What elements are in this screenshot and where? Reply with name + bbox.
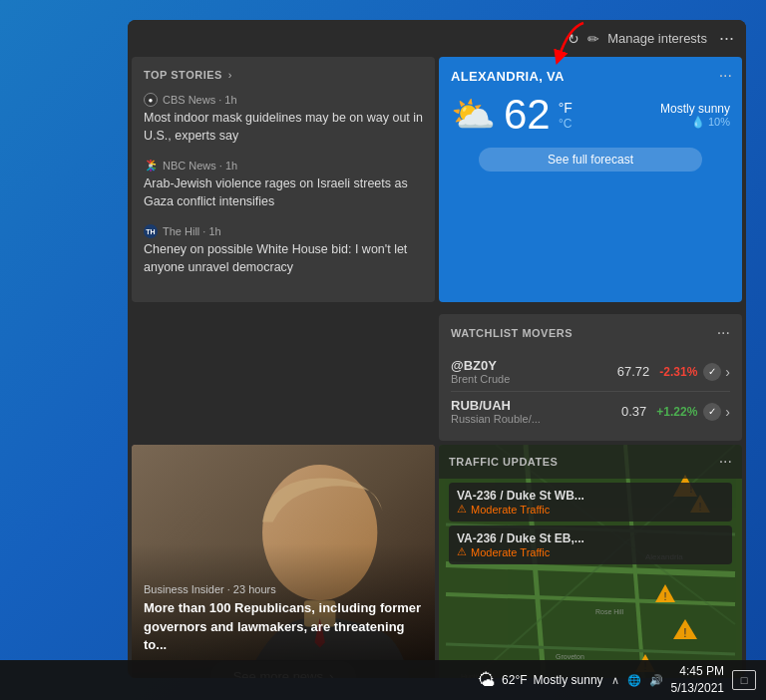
stock-badge-1[interactable]: ✓ bbox=[703, 363, 721, 381]
taskbar-system-tray: ∧ 🌐 🔊 bbox=[611, 674, 663, 687]
weather-temperature: 62 bbox=[504, 94, 551, 136]
stock-item-2[interactable]: RUB/UAH Russian Rouble/... 0.37 +1.22% ✓… bbox=[451, 392, 730, 431]
traffic-incident-1[interactable]: VA-236 / Duke St WB... ⚠ Moderate Traffi… bbox=[449, 483, 732, 522]
watchlist-more-button[interactable]: ··· bbox=[717, 324, 730, 342]
news-item-3[interactable]: TH The Hill · 1h Cheney on possible Whit… bbox=[144, 224, 423, 276]
top-stories-arrow: › bbox=[228, 69, 232, 81]
headline-1: Most indoor mask guidelines may be on wa… bbox=[144, 110, 423, 145]
weather-temp-section: ⛅ 62 °F °C bbox=[451, 94, 573, 136]
weather-precipitation: 💧 10% bbox=[660, 116, 730, 129]
stock-item-1[interactable]: @BZ0Y Brent Crude 67.72 -2.31% ✓ › bbox=[451, 352, 730, 392]
stock-change-1: -2.31% bbox=[659, 365, 697, 379]
taskbar-notification-button[interactable]: □ bbox=[732, 670, 756, 690]
headline-2: Arab-Jewish violence rages on Israeli st… bbox=[144, 175, 423, 210]
traffic-status-1: ⚠ Moderate Traffic bbox=[457, 503, 724, 516]
svg-text:!: ! bbox=[663, 590, 666, 602]
bottom-section: Business Insider · 23 hours More than 10… bbox=[132, 445, 742, 678]
top-stories-title: TOP STORIES bbox=[144, 69, 222, 81]
weather-unit-c[interactable]: °C bbox=[559, 117, 572, 131]
weather-condition-section: Mostly sunny 💧 10% bbox=[660, 102, 730, 129]
nbc-icon bbox=[144, 159, 158, 173]
traffic-status-2: ⚠ Moderate Traffic bbox=[457, 545, 724, 558]
watchlist-panel: WATCHLIST MOVERS ··· @BZ0Y Brent Crude 6… bbox=[439, 314, 742, 441]
news-source-3: TH The Hill · 1h bbox=[144, 224, 423, 238]
svg-text:Groveton: Groveton bbox=[556, 653, 584, 660]
featured-article[interactable]: Business Insider · 23 hours More than 10… bbox=[132, 445, 435, 678]
weather-icon: ⛅ bbox=[451, 94, 496, 136]
traffic-status-text-2: Moderate Traffic bbox=[471, 546, 550, 558]
featured-headline: More than 100 Republicans, including for… bbox=[144, 599, 423, 654]
second-row: WATCHLIST MOVERS ··· @BZ0Y Brent Crude 6… bbox=[128, 310, 746, 441]
stock-change-2: +1.22% bbox=[656, 405, 697, 419]
headline-3: Cheney on possible White House bid: I wo… bbox=[144, 241, 423, 276]
news-item-1[interactable]: ● CBS News · 1h Most indoor mask guideli… bbox=[144, 93, 423, 145]
traffic-overlay: VA-236 / Duke St WB... ⚠ Moderate Traffi… bbox=[439, 475, 742, 576]
stock-symbol-1: @BZ0Y bbox=[451, 358, 617, 373]
hill-icon: TH bbox=[144, 224, 158, 238]
weather-more-button[interactable]: ··· bbox=[719, 67, 732, 85]
taskbar-time-value: 4:45 PM bbox=[671, 663, 724, 680]
traffic-warn-icon-1: ⚠ bbox=[457, 503, 467, 516]
widget-toolbar: ↻ ✏ Manage interests ··· bbox=[128, 20, 746, 57]
stock-price-1: 67.72 bbox=[617, 364, 650, 379]
stock-fullname-1: Brent Crude bbox=[451, 373, 617, 385]
news-source-2: NBC News · 1h bbox=[144, 159, 423, 173]
source-name-2: NBC News · 1h bbox=[163, 160, 237, 172]
stock-name-section-1: @BZ0Y Brent Crude bbox=[451, 358, 617, 385]
traffic-more-button[interactable]: ··· bbox=[719, 453, 732, 471]
news-item-2[interactable]: NBC News · 1h Arab-Jewish violence rages… bbox=[144, 159, 423, 210]
traffic-road-1: VA-236 / Duke St WB... bbox=[457, 489, 724, 503]
taskbar-weather[interactable]: 🌤 62°F Mostly sunny bbox=[478, 670, 603, 691]
edit-icon: ✏ bbox=[587, 31, 599, 47]
source-name-1: CBS News · 1h bbox=[163, 94, 237, 106]
refresh-icon[interactable]: ↻ bbox=[568, 31, 579, 47]
precip-value: 10% bbox=[708, 116, 730, 128]
stock-fullname-2: Russian Rouble/... bbox=[451, 413, 621, 425]
featured-overlay: Business Insider · 23 hours More than 10… bbox=[132, 543, 435, 678]
top-stories-header: TOP STORIES › bbox=[144, 69, 423, 81]
volume-icon[interactable]: 🔊 bbox=[649, 674, 663, 687]
traffic-incident-2[interactable]: VA-236 / Duke St EB,... ⚠ Moderate Traff… bbox=[449, 525, 732, 564]
network-icon[interactable]: 🌐 bbox=[627, 674, 641, 687]
watchlist-title: WATCHLIST MOVERS bbox=[451, 327, 573, 339]
news-widget: ↻ ✏ Manage interests ··· TOP STORIES › ●… bbox=[128, 20, 746, 678]
cbs-icon: ● bbox=[144, 93, 158, 107]
taskbar-weather-icon: 🌤 bbox=[478, 670, 496, 691]
taskbar-date-value: 5/13/2021 bbox=[671, 680, 724, 697]
traffic-panel: TRAFFIC UPDATES ··· bbox=[439, 445, 742, 678]
watchlist-header: WATCHLIST MOVERS ··· bbox=[451, 324, 730, 342]
traffic-title: TRAFFIC UPDATES bbox=[449, 456, 558, 468]
traffic-status-text-1: Moderate Traffic bbox=[471, 504, 550, 516]
svg-text:Rose Hill: Rose Hill bbox=[595, 608, 623, 615]
featured-source: Business Insider · 23 hours bbox=[144, 583, 423, 595]
top-stories-panel: TOP STORIES › ● CBS News · 1h Most indoo… bbox=[132, 57, 435, 302]
weather-panel: ALEXANDRIA, VA ··· ⛅ 62 °F °C Mostly sun… bbox=[439, 57, 742, 302]
weather-condition-text: Mostly sunny bbox=[660, 102, 730, 116]
chevron-up-icon[interactable]: ∧ bbox=[611, 674, 619, 687]
stock-symbol-2: RUB/UAH bbox=[451, 398, 621, 413]
taskbar-weather-condition: Mostly sunny bbox=[534, 673, 603, 687]
more-options-button[interactable]: ··· bbox=[719, 28, 734, 49]
traffic-header: TRAFFIC UPDATES ··· bbox=[439, 445, 742, 479]
see-full-forecast-button[interactable]: See full forecast bbox=[479, 148, 702, 172]
news-source-1: ● CBS News · 1h bbox=[144, 93, 423, 107]
widget-main-grid: TOP STORIES › ● CBS News · 1h Most indoo… bbox=[128, 57, 746, 310]
svg-line-4 bbox=[151, 164, 156, 165]
traffic-warn-icon-2: ⚠ bbox=[457, 545, 467, 558]
weather-main: ⛅ 62 °F °C Mostly sunny 💧 10% bbox=[451, 94, 730, 136]
manage-interests-button[interactable]: Manage interests bbox=[607, 31, 707, 46]
stock-name-section-2: RUB/UAH Russian Rouble/... bbox=[451, 398, 621, 425]
stock-price-2: 0.37 bbox=[621, 404, 646, 419]
stock-badge-2[interactable]: ✓ bbox=[703, 403, 721, 421]
svg-text:!: ! bbox=[683, 626, 686, 640]
stock-nav-arrow-2[interactable]: › bbox=[725, 404, 730, 420]
taskbar-clock[interactable]: 4:45 PM 5/13/2021 bbox=[671, 663, 724, 697]
rain-drop-icon: 💧 bbox=[691, 116, 705, 129]
traffic-map: ! ! ! ! ! Alexandria Rose Hill Belle Hav… bbox=[439, 445, 742, 678]
weather-unit-f[interactable]: °F bbox=[559, 100, 573, 116]
taskbar: 🌤 62°F Mostly sunny ∧ 🌐 🔊 4:45 PM 5/13/2… bbox=[0, 660, 766, 700]
weather-unit-toggle[interactable]: °F °C bbox=[559, 100, 573, 131]
taskbar-weather-temp: 62°F bbox=[502, 673, 527, 687]
stock-nav-arrow-1[interactable]: › bbox=[725, 364, 730, 380]
notification-icon: □ bbox=[741, 674, 748, 686]
